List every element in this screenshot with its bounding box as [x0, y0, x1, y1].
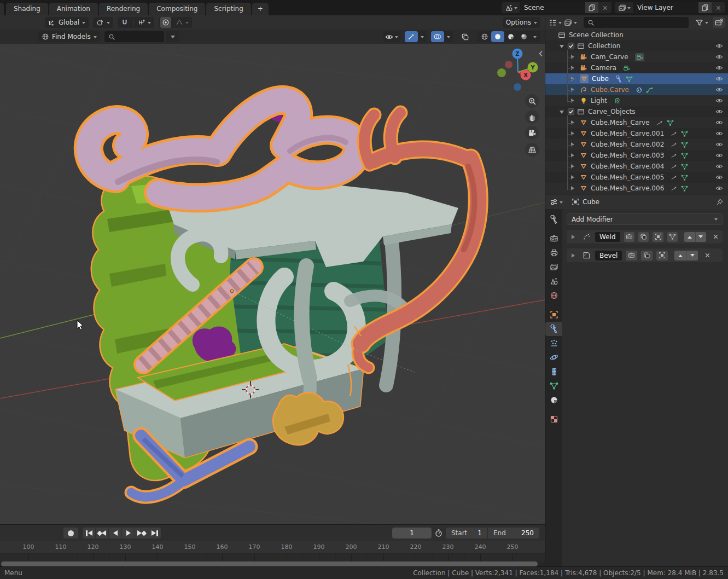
tab-object-data-properties[interactable] [545, 379, 562, 393]
tab-constraint-properties[interactable] [545, 364, 562, 379]
modifier-toggle-editmode[interactable] [656, 251, 668, 260]
outliner-row-cube[interactable]: Cube [545, 73, 728, 84]
tab-texture-properties[interactable] [545, 412, 562, 426]
outliner-search-input[interactable] [584, 17, 689, 28]
expand-arrow-icon[interactable] [572, 253, 577, 258]
outliner-row-cube-mesh-carve-001[interactable]: Cube.Mesh_Carve.001 [545, 128, 728, 139]
collection-checkbox[interactable] [567, 108, 575, 115]
visibility-eye-toggle[interactable] [715, 64, 723, 72]
shading-material-button[interactable] [504, 31, 517, 42]
xray-toggle[interactable] [458, 31, 471, 42]
disclosure-closed-icon[interactable] [571, 153, 576, 158]
region-collapse-arrow[interactable] [538, 50, 544, 59]
play-reverse-button[interactable] [109, 528, 121, 539]
disclosure-closed-icon[interactable] [571, 88, 576, 92]
delete-modifier-button[interactable] [704, 252, 711, 259]
frame-start-field[interactable]: Start1 [446, 528, 488, 539]
delete-modifier-button[interactable] [712, 233, 719, 240]
scene-selector[interactable]: Scene [502, 2, 611, 13]
zoom-button[interactable] [525, 94, 539, 108]
workspace-tab-animation[interactable]: Animation [49, 3, 98, 15]
snap-mode-dropdown[interactable] [136, 17, 153, 28]
use-preview-range-toggle[interactable] [432, 528, 446, 539]
outliner-row-cam-carve[interactable]: Cam_Carve [545, 51, 728, 62]
visibility-eye-toggle[interactable] [715, 163, 723, 170]
modifier-toggle-render[interactable] [624, 232, 634, 242]
model-search-input[interactable] [104, 31, 164, 42]
delete-view-layer-button[interactable] [712, 2, 725, 13]
shading-wireframe-button[interactable] [478, 31, 491, 42]
visibility-eye-toggle[interactable] [715, 53, 723, 61]
editor-type-dropdown-properties[interactable] [550, 198, 563, 206]
tab-modifier-properties[interactable] [545, 322, 562, 336]
tab-particle-properties[interactable] [545, 336, 562, 350]
visibility-eye-toggle[interactable] [715, 130, 723, 137]
outliner-row-carve-objects[interactable]: Carve_Objects [545, 106, 728, 117]
visibility-eye-toggle[interactable] [715, 173, 723, 181]
tab-tool[interactable] [545, 212, 562, 227]
camera-view-button[interactable] [525, 126, 539, 140]
outliner-row-cube-mesh-carve-006[interactable]: Cube.Mesh_Carve.006 [545, 183, 728, 194]
visibility-eye-toggle[interactable] [715, 97, 723, 105]
disclosure-closed-icon[interactable] [571, 77, 576, 81]
modifier-toggle-display[interactable] [638, 232, 649, 242]
tab-world-properties[interactable] [545, 288, 562, 303]
jump-start-button[interactable] [83, 528, 95, 539]
pan-button[interactable] [525, 110, 539, 124]
workspace-tab-scripting[interactable]: Scripting [206, 3, 251, 15]
disclosure-closed-icon[interactable] [571, 120, 576, 125]
prev-keyframe-button[interactable] [96, 528, 108, 539]
visibility-eye-toggle[interactable] [715, 152, 723, 159]
view-layer-selector[interactable]: View Layer [615, 2, 725, 13]
record-button[interactable] [63, 528, 78, 539]
pin-icon[interactable] [715, 198, 724, 206]
timeline-ruler[interactable]: 1001101201301401501601701801902002102202… [0, 541, 545, 553]
current-frame-field[interactable]: 1 [392, 528, 432, 539]
object-visibility-dropdown[interactable] [383, 31, 400, 42]
visibility-eye-toggle[interactable] [715, 184, 723, 192]
add-workspace-button[interactable]: + [252, 3, 269, 15]
collection-checkbox[interactable] [567, 42, 575, 50]
pivot-point-dropdown[interactable] [93, 17, 113, 28]
disclosure-open-icon[interactable] [560, 45, 564, 50]
modifier-toggle-render[interactable] [626, 251, 637, 260]
next-keyframe-button[interactable] [135, 528, 148, 539]
outliner-row-collection[interactable]: Collection [545, 40, 728, 51]
delete-scene-button[interactable] [598, 2, 611, 13]
modifier-name-field[interactable]: Bevel [595, 251, 622, 260]
modifier-toggle-display[interactable] [641, 251, 653, 260]
perspective-toggle-button[interactable] [525, 143, 539, 157]
tab-partial[interactable] [0, 3, 4, 15]
tab-render-properties[interactable] [545, 231, 562, 246]
scene-name-field[interactable]: Scene [520, 2, 585, 13]
outliner-row-cube-mesh-carve-002[interactable]: Cube.Mesh_Carve.002 [545, 139, 728, 150]
disclosure-closed-icon[interactable] [571, 55, 576, 59]
tab-material-properties[interactable] [545, 393, 562, 407]
display-mode-dropdown[interactable] [564, 19, 577, 27]
workspace-tab-shading[interactable]: Shading [6, 3, 48, 15]
play-button[interactable] [122, 528, 135, 539]
outliner-row-camera[interactable]: Camera [545, 62, 728, 73]
new-collection-button[interactable] [713, 17, 725, 28]
find-models-dropdown[interactable]: Find Models [38, 31, 100, 42]
show-gizmo-toggle[interactable] [405, 31, 418, 42]
visibility-eye-toggle[interactable] [715, 108, 723, 115]
visibility-eye-toggle[interactable] [715, 119, 723, 126]
jump-end-button[interactable] [148, 528, 161, 539]
disclosure-closed-icon[interactable] [571, 131, 576, 136]
visibility-eye-toggle[interactable] [715, 75, 723, 83]
proportional-falloff-dropdown[interactable] [174, 17, 190, 28]
workspace-tab-compositing[interactable]: Compositing [149, 3, 205, 15]
expand-arrow-icon[interactable] [572, 235, 577, 239]
outliner-filter-dropdown[interactable] [695, 19, 708, 27]
gizmo-options-dropdown[interactable] [418, 31, 427, 42]
transform-orientation-dropdown[interactable]: Global [45, 17, 89, 28]
add-modifier-dropdown[interactable]: Add Modifier [567, 213, 723, 225]
outliner-row-scene-collection[interactable]: Scene Collection [545, 30, 728, 40]
visibility-eye-toggle[interactable] [715, 141, 723, 148]
disclosure-open-icon[interactable] [560, 111, 564, 116]
overlay-options-dropdown[interactable] [444, 31, 453, 42]
shading-rendered-button[interactable] [517, 31, 531, 42]
disclosure-closed-icon[interactable] [571, 99, 576, 103]
navigation-gizmo[interactable]: Z Y X [497, 49, 538, 91]
